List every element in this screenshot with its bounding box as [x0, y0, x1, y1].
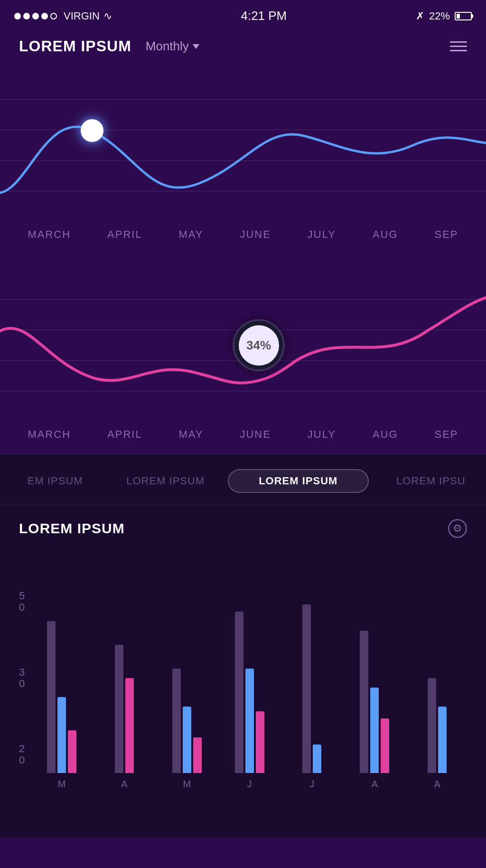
month-march: MARCH	[28, 228, 71, 241]
bar-month-A1: A	[121, 779, 127, 790]
logo-text: LOREM IPSUM	[19, 38, 131, 55]
hamburger-line-2	[450, 46, 467, 47]
bar-month-A2: A	[372, 779, 378, 790]
tab-1[interactable]: LOREM IPSUM	[111, 471, 221, 491]
month2-july: JULY	[308, 428, 336, 441]
month2-june: JUNE	[240, 428, 271, 441]
bar-group-M1: M	[32, 590, 92, 790]
bar-group-A2: A	[345, 590, 404, 790]
chart1-x-labels: MARCH APRIL MAY JUNE JULY AUG SEP	[0, 221, 486, 255]
bar-J1-pink	[256, 711, 264, 773]
monthly-filter-button[interactable]: Monthly	[146, 39, 199, 54]
bars-M2	[172, 602, 202, 773]
tab-0[interactable]: EM IPSUM	[0, 471, 111, 491]
bar-group-J2: J	[282, 590, 342, 790]
y-axis: 50 30 20	[19, 590, 25, 790]
bluetooth-icon: ✗	[416, 10, 424, 22]
month2-march: MARCH	[28, 428, 71, 441]
y-label-50: 50	[19, 590, 25, 613]
bars-A1	[115, 602, 134, 773]
gear-symbol: ⚙	[453, 522, 462, 535]
month-june: JUNE	[240, 228, 271, 241]
bar-J1-gray	[235, 612, 243, 773]
bar-month-M1: M	[58, 779, 66, 790]
bar-M2-blue	[183, 707, 191, 773]
hamburger-line-1	[450, 41, 467, 43]
chart2-x-labels: MARCH APRIL MAY JUNE JULY AUG SEP	[0, 421, 486, 455]
blue-chart-data-point[interactable]	[81, 119, 103, 142]
tabs-bar: EM IPSUM LOREM IPSUM LOREM IPSUM LOREM I…	[0, 458, 486, 505]
bar-M2-pink	[193, 737, 202, 773]
bottom-header: LOREM IPSUM ⚙	[19, 519, 467, 538]
bottom-section: LOREM IPSUM ⚙ 50 30 20 M	[0, 505, 486, 837]
signal-dot-2	[23, 13, 30, 19]
bar-A2-gray	[360, 631, 368, 773]
y-label-20: 20	[19, 743, 25, 766]
bar-chart-container: 50 30 20 M A	[19, 552, 467, 790]
bars-A2	[360, 602, 389, 773]
status-left: VIRGIN ∿	[14, 10, 112, 22]
battery-icon	[455, 12, 472, 20]
bar-A2-pink	[381, 718, 389, 773]
bar-month-A3: A	[434, 779, 440, 790]
battery-fill	[457, 14, 460, 19]
bar-A1-gray	[115, 645, 123, 773]
bottom-title: LOREM IPSUM	[19, 520, 125, 537]
bar-J2-blue	[313, 745, 321, 773]
month-may: MAY	[179, 228, 204, 241]
bar-month-J2: J	[309, 779, 314, 790]
bar-group-J1: J	[220, 590, 280, 790]
blue-wave-chart-area	[0, 69, 486, 221]
hamburger-line-3	[450, 50, 467, 51]
bar-group-A1: A	[94, 590, 154, 790]
header: LOREM IPSUM Monthly	[0, 28, 486, 65]
month-sep: SEP	[435, 228, 458, 241]
monthly-label: Monthly	[146, 39, 189, 54]
bar-chart-inner: M A M	[32, 590, 467, 790]
tab-3[interactable]: LOREM IPSU	[376, 471, 486, 491]
pink-wave-chart-area: 34%	[0, 269, 486, 421]
bar-J2-gray	[302, 604, 311, 773]
chevron-down-icon	[193, 44, 199, 49]
signal-dots	[14, 13, 57, 19]
bar-A1-pink	[125, 678, 134, 773]
y-label-30: 30	[19, 667, 25, 689]
month2-sep: SEP	[435, 428, 458, 441]
status-right: ✗ 22%	[416, 10, 472, 22]
settings-gear-button[interactable]: ⚙	[448, 519, 467, 538]
bar-group-A3: A	[407, 590, 467, 790]
signal-dot-1	[14, 13, 21, 19]
month-aug: AUG	[373, 228, 398, 241]
signal-dot-5	[50, 13, 57, 19]
month2-may: MAY	[179, 428, 204, 441]
bars-M1	[47, 602, 76, 773]
wifi-icon: ∿	[103, 10, 112, 22]
bar-A2-blue	[370, 688, 379, 773]
bars-J2	[302, 602, 321, 773]
battery-percent: 22%	[429, 10, 450, 22]
month2-aug: AUG	[373, 428, 398, 441]
time-display: 4:21 PM	[241, 9, 287, 23]
bar-M2-gray	[172, 669, 181, 773]
bars-A3	[428, 602, 447, 773]
bar-month-J1: J	[247, 779, 252, 790]
pink-chart-data-point[interactable]: 34%	[233, 319, 285, 371]
bars-J1	[235, 602, 264, 773]
bar-M1-blue	[57, 697, 66, 773]
signal-dot-4	[41, 13, 48, 19]
blue-wave-chart-section: MARCH APRIL MAY JUNE JULY AUG SEP	[0, 65, 486, 255]
carrier-label: VIRGIN	[64, 10, 100, 22]
bar-month-M2: M	[183, 779, 191, 790]
bar-M1-gray	[47, 621, 56, 773]
signal-dot-3	[32, 13, 39, 19]
hamburger-menu-button[interactable]	[450, 41, 467, 51]
month-april: APRIL	[107, 228, 142, 241]
bar-group-M2: M	[157, 590, 217, 790]
blue-wave-svg	[0, 69, 486, 221]
month2-april: APRIL	[107, 428, 142, 441]
pink-chart-value: 34%	[239, 325, 279, 366]
month-july: JULY	[308, 228, 336, 241]
bar-M1-pink	[68, 730, 76, 773]
pink-wave-chart-section: 34% MARCH APRIL MAY JUNE JULY AUG SEP	[0, 255, 486, 455]
tab-2-active[interactable]: LOREM IPSUM	[228, 469, 369, 493]
